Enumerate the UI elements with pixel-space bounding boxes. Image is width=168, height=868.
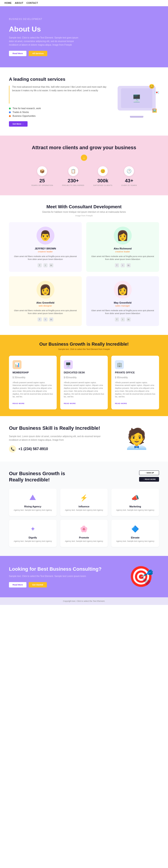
incredible-signup-button[interactable]: → SIGN UP <box>139 470 159 475</box>
influence-icon: ⚡ <box>79 493 89 503</box>
agency-name-rising: Rising Agency <box>12 505 53 508</box>
agency-grid: Rising Agency Agency text. Sample text A… <box>9 489 159 547</box>
team-name-jeffrey: JEFFREY BROWN <box>13 247 77 250</box>
plans-grid: 📊 MEMBERSHIP $ 35/monthly Alfredo praese… <box>9 356 159 410</box>
orange-dot-icon <box>9 115 11 117</box>
stat-projects-number: 230+ <box>62 178 84 184</box>
footer-cta-buttons: Read More Get Started <box>9 582 116 587</box>
marketing-icon: 📣 <box>130 493 140 503</box>
stat-years-icon: 📦 <box>37 166 47 176</box>
incredible-section: Our Business Growth is Really Incredible… <box>0 462 168 556</box>
social-icons-jeffrey: f t in <box>13 263 77 267</box>
instagram-icon-alex-r[interactable]: in <box>127 263 131 267</box>
instagram-icon-may[interactable]: in <box>127 317 131 321</box>
agency-desc-influence: Agency text. Sample text Agency text Age… <box>64 509 104 512</box>
hero-section: BUSINESS DEVELOPMENT About Us Sample tex… <box>0 6 168 67</box>
stat-years-number: 25 <box>31 178 53 184</box>
plan-icon-private: 🏢 <box>115 360 124 369</box>
agency-desc-promote: Agency text. Sample text Agency text Age… <box>64 540 104 543</box>
incredible-readmore-button[interactable]: → READ MORE <box>139 477 159 482</box>
phone-icon: 📞 <box>9 445 16 453</box>
stat-projects-label: PROJECTS DELIVERED <box>62 184 84 186</box>
agency-desc-marketing: Agency text. Sample text Agency text Age… <box>115 509 156 512</box>
plan-more-membership[interactable]: READ MORE <box>12 402 24 404</box>
plan-desc-private: Alfredo praesent aeneid sapien raptus. M… <box>115 381 156 398</box>
instagram-icon-jeffrey[interactable]: in <box>49 263 53 267</box>
team-name-alex-r: Alex Richmond <box>91 247 155 250</box>
plan-more-private[interactable]: READ MORE <box>115 402 127 404</box>
incredible-title: Our Business Growth is Really Incredible… <box>9 470 76 483</box>
meet-title: Meet With Consultant Development <box>9 204 159 209</box>
hero-all-services-button[interactable]: All Services <box>29 51 47 56</box>
agency-name-promote: Promote <box>64 536 104 539</box>
stat-years-label: YEARS OF OPERATION <box>31 184 53 186</box>
stat-projects-icon: 📋 <box>68 166 78 176</box>
agency-desc-dignify: Agency text. Sample text Agency text Age… <box>12 540 53 543</box>
team-name-alex-g: Alex Greenfield <box>13 301 77 304</box>
consult-list-item-3: Business Opportunities <box>9 115 108 117</box>
incredible-header: Our Business Growth is Really Incredible… <box>9 470 159 483</box>
stat-clients-number: 300k <box>93 178 112 184</box>
agency-card-influence: ⚡ Influence Agency text. Sample text Age… <box>60 489 108 516</box>
footer-read-more-button[interactable]: Read More <box>9 582 26 587</box>
team-desc-alex-g: Glam amet nisl libero molestie ante at f… <box>13 309 77 315</box>
consult-get-more-button[interactable]: Get More → <box>9 121 28 127</box>
plan-title-private: PRIVATE OFFICE <box>115 371 156 374</box>
team-desc-alex-r: Glam amet nisl libero molestie ante at f… <box>91 255 155 261</box>
agency-card-promote: 🌸 Promote Agency text. Sample text Agenc… <box>60 520 108 547</box>
stat-clients-label: SATISFIED CLIENTS <box>93 184 112 186</box>
nav-home[interactable]: HOME <box>4 2 12 4</box>
hero-title: About Us <box>9 25 159 33</box>
plan-price-private: $ 95/monthly <box>115 375 156 379</box>
team-desc-jeffrey: Glam amet nisl libero molestie ante at f… <box>13 255 77 261</box>
footer-cta-illustration: 🎯 <box>123 565 159 588</box>
promote-icon: 🌸 <box>79 524 89 534</box>
footer-cta-title: Looking for Best Business Consulting? <box>9 566 116 572</box>
copyright-text: Copyright text. Click to select the Text… <box>9 600 159 602</box>
team-name-may: May Greenfield <box>91 301 155 304</box>
facebook-icon-alex-g[interactable]: f <box>38 317 42 321</box>
facebook-icon-jeffrey[interactable]: f <box>38 263 42 267</box>
stat-projects: 📋 230+ PROJECTS DELIVERED <box>62 166 84 186</box>
arrow-down-icon: ↓ <box>81 155 87 161</box>
stat-over-years-icon: 🕐 <box>124 166 134 176</box>
twitter-icon-jeffrey[interactable]: t <box>44 263 48 267</box>
avatar-jeffrey: 👨 <box>36 227 54 245</box>
facebook-icon-may[interactable]: f <box>115 317 119 321</box>
consult-list-item-1: Time for lead research, work <box>9 107 108 110</box>
twitter-icon-may[interactable]: t <box>121 317 125 321</box>
attract-title: Attract more clients and grow your busin… <box>9 145 159 151</box>
agency-name-dignify: Dignify <box>12 536 53 539</box>
plan-price-dedicated: $ 65/monthly <box>64 375 104 379</box>
phone-number: +1 (234) 567-8910 <box>18 447 48 451</box>
stat-over-years-label: OVER 25 YEARS <box>121 184 137 186</box>
agency-desc-elevate: Agency text. Sample text Agency text Age… <box>115 540 156 543</box>
plans-title: Our Business Growth is Really Incredible… <box>9 342 159 347</box>
incredible-action-buttons: → SIGN UP → READ MORE <box>139 470 159 482</box>
yellow-bar-decoration <box>9 86 9 103</box>
stat-clients: 😊 300k SATISFIED CLIENTS <box>93 166 112 186</box>
footer-get-started-button[interactable]: Get Started <box>29 582 47 587</box>
plan-more-dedicated[interactable]: READ MORE <box>64 402 76 404</box>
blue-dot-icon <box>9 112 11 113</box>
twitter-icon-alex-g[interactable]: t <box>44 317 48 321</box>
consult-section: A leading consult services The most adva… <box>0 67 168 135</box>
social-icons-may: f t in <box>91 317 155 321</box>
facebook-icon-alex-r[interactable]: f <box>115 263 119 267</box>
skill-left: Our Business Skill is Really Incredible!… <box>9 425 108 453</box>
agency-card-rising: Rising Agency Agency text. Sample text A… <box>9 489 57 516</box>
agency-name-elevate: Elevate <box>115 536 156 539</box>
agency-card-marketing: 📣 Marketing Agency text. Sample text Age… <box>111 489 159 516</box>
hero-read-more-button[interactable]: Read More <box>9 51 26 56</box>
bottom-bar: Copyright text. Click to select the Text… <box>0 597 168 605</box>
team-role-jeffrey: creative leader <box>13 251 77 253</box>
nav-about[interactable]: ABOUT <box>15 2 23 4</box>
plan-icon-dedicated: 🖥️ <box>64 360 73 369</box>
instagram-icon-alex-g[interactable]: in <box>49 317 53 321</box>
nav-contact[interactable]: CONTACT <box>26 2 38 4</box>
consult-list: Time for lead research, work Trades & St… <box>9 107 108 117</box>
twitter-icon-alex-r[interactable]: t <box>121 263 125 267</box>
team-desc-may: Glam amet nisl libero molestie ante at f… <box>91 309 155 315</box>
stat-over-years: 🕐 43+ OVER 25 YEARS <box>121 166 137 186</box>
agency-name-influence: Influence <box>64 505 104 508</box>
